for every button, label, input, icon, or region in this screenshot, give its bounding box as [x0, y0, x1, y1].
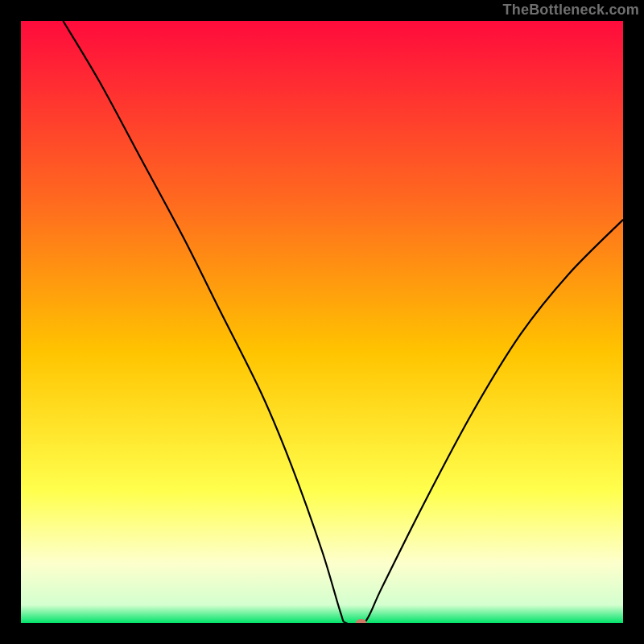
gradient-background [21, 21, 623, 623]
chart-frame: TheBottleneck.com [0, 0, 644, 644]
chart-svg [21, 21, 623, 623]
watermark-text: TheBottleneck.com [503, 0, 639, 19]
plot-area [21, 21, 623, 623]
